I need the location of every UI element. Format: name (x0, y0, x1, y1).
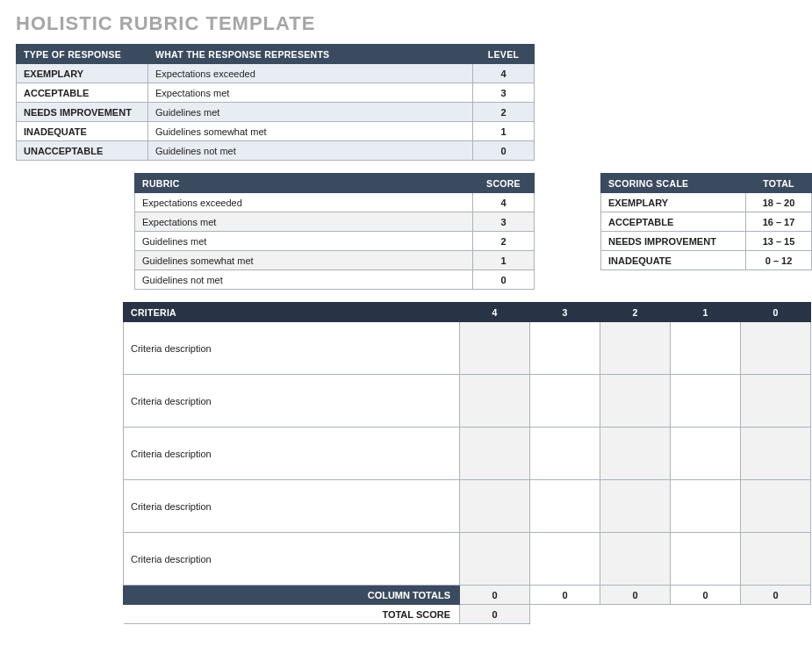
criteria-score-cell[interactable] (671, 480, 741, 533)
criteria-score-cell[interactable] (460, 428, 530, 480)
criteria-desc[interactable]: Criteria description (124, 533, 460, 586)
criteria-score-cell[interactable] (741, 322, 811, 375)
response-type: UNACCEPTABLE (17, 141, 148, 161)
response-type: ACCEPTABLE (17, 83, 148, 103)
criteria-score-cell[interactable] (741, 533, 811, 586)
scale-total: 13 – 15 (746, 232, 812, 251)
response-type: INADEQUATE (17, 122, 148, 141)
table-row: Expectations met 3 (135, 212, 535, 232)
criteria-score-cell[interactable] (741, 375, 811, 428)
table-row: Criteria description (124, 322, 811, 375)
criteria-score-cell[interactable] (600, 533, 671, 586)
criteria-desc[interactable]: Criteria description (124, 322, 460, 375)
table-row: Guidelines not met 0 (135, 270, 535, 290)
table-row: Criteria description (124, 375, 811, 428)
rubric-desc: Guidelines not met (135, 270, 473, 290)
table-header-row: CRITERIA 4 3 2 1 0 (124, 303, 811, 322)
column-total: 0 (600, 586, 671, 605)
response-represents: Guidelines somewhat met (148, 122, 473, 141)
table-row: Guidelines somewhat met 1 (135, 251, 535, 270)
table-row: ACCEPTABLE Expectations met 3 (17, 83, 535, 103)
response-type-section: TYPE OF RESPONSE WHAT THE RESPONSE REPRE… (16, 44, 796, 161)
criteria-score-cell[interactable] (460, 322, 530, 375)
scale-name: INADEQUATE (601, 251, 746, 270)
response-level: 3 (473, 83, 535, 103)
criteria-score-cell[interactable] (460, 480, 530, 533)
criteria-score-cell[interactable] (741, 428, 811, 480)
scale-total: 0 – 12 (746, 251, 812, 270)
column-total: 0 (530, 586, 600, 605)
scoring-scale-table: SCORING SCALE TOTAL EXEMPLARY 18 – 20 AC… (600, 173, 812, 270)
criteria-score-cell[interactable] (460, 533, 530, 586)
column-total: 0 (460, 586, 530, 605)
col-header-total: TOTAL (746, 174, 812, 193)
table-row: NEEDS IMPROVEMENT Guidelines met 2 (17, 103, 535, 122)
table-row: Expectations exceeded 4 (135, 193, 535, 212)
table-row: EXEMPLARY 18 – 20 (601, 193, 812, 212)
column-total: 0 (671, 586, 741, 605)
total-score-label: TOTAL SCORE (124, 605, 460, 624)
col-header-score-2: 2 (600, 303, 671, 322)
criteria-section: CRITERIA 4 3 2 1 0 Criteria description … (16, 302, 796, 624)
response-represents: Expectations exceeded (148, 64, 473, 83)
table-row: INADEQUATE 0 – 12 (601, 251, 812, 270)
criteria-score-cell[interactable] (530, 322, 600, 375)
response-level: 2 (473, 103, 535, 122)
criteria-desc[interactable]: Criteria description (124, 428, 460, 480)
table-header-row: RUBRIC SCORE (135, 174, 535, 193)
col-header-score-1: 1 (671, 303, 741, 322)
criteria-table: CRITERIA 4 3 2 1 0 Criteria description … (123, 302, 811, 624)
criteria-score-cell[interactable] (460, 375, 530, 428)
table-row: NEEDS IMPROVEMENT 13 – 15 (601, 232, 812, 251)
scale-name: ACCEPTABLE (601, 212, 746, 232)
response-type: NEEDS IMPROVEMENT (17, 103, 148, 122)
criteria-score-cell[interactable] (530, 480, 600, 533)
col-header-score-4: 4 (460, 303, 530, 322)
criteria-score-cell[interactable] (530, 428, 600, 480)
total-score-row: TOTAL SCORE 0 (124, 605, 811, 624)
col-header-rubric: RUBRIC (135, 174, 473, 193)
rubric-desc: Expectations met (135, 212, 473, 232)
rubric-desc: Guidelines met (135, 232, 473, 251)
col-header-score-0: 0 (741, 303, 811, 322)
scale-total: 18 – 20 (746, 193, 812, 212)
rubric-score: 1 (473, 251, 535, 270)
criteria-desc[interactable]: Criteria description (124, 480, 460, 533)
criteria-score-cell[interactable] (671, 322, 741, 375)
rubric-score: 4 (473, 193, 535, 212)
criteria-score-cell[interactable] (671, 428, 741, 480)
col-header-criteria: CRITERIA (124, 303, 460, 322)
criteria-score-cell[interactable] (530, 375, 600, 428)
table-header-row: SCORING SCALE TOTAL (601, 174, 812, 193)
response-type-table: TYPE OF RESPONSE WHAT THE RESPONSE REPRE… (16, 44, 535, 161)
table-row: Criteria description (124, 428, 811, 480)
column-totals-label: COLUMN TOTALS (124, 586, 460, 605)
col-header-score: SCORE (473, 174, 535, 193)
criteria-score-cell[interactable] (671, 533, 741, 586)
table-row: EXEMPLARY Expectations exceeded 4 (17, 64, 535, 83)
criteria-score-cell[interactable] (530, 533, 600, 586)
criteria-desc[interactable]: Criteria description (124, 375, 460, 428)
scale-name: NEEDS IMPROVEMENT (601, 232, 746, 251)
criteria-score-cell[interactable] (600, 480, 671, 533)
criteria-score-cell[interactable] (600, 428, 671, 480)
criteria-score-cell[interactable] (600, 322, 671, 375)
response-represents: Guidelines not met (148, 141, 473, 161)
rubric-score: 0 (473, 270, 535, 290)
table-header-row: TYPE OF RESPONSE WHAT THE RESPONSE REPRE… (17, 45, 535, 64)
criteria-score-cell[interactable] (600, 375, 671, 428)
col-header-represents: WHAT THE RESPONSE REPRESENTS (148, 45, 473, 64)
rubric-desc: Expectations exceeded (135, 193, 473, 212)
criteria-score-cell[interactable] (671, 375, 741, 428)
rubric-score: 3 (473, 212, 535, 232)
criteria-score-cell[interactable] (741, 480, 811, 533)
scale-total: 16 – 17 (746, 212, 812, 232)
response-represents: Expectations met (148, 83, 473, 103)
table-row: Guidelines met 2 (135, 232, 535, 251)
rubric-desc: Guidelines somewhat met (135, 251, 473, 270)
response-represents: Guidelines met (148, 103, 473, 122)
col-header-score-3: 3 (530, 303, 600, 322)
table-row: ACCEPTABLE 16 – 17 (601, 212, 812, 232)
column-total: 0 (741, 586, 811, 605)
response-level: 0 (473, 141, 535, 161)
